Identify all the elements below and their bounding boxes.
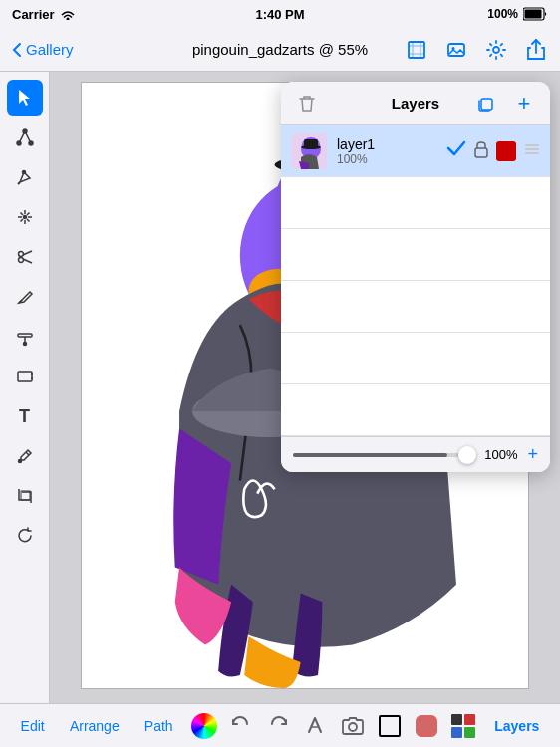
svg-rect-41 bbox=[464, 727, 475, 738]
share-button[interactable] bbox=[524, 38, 548, 62]
layer-thumbnail-art bbox=[291, 133, 327, 169]
svg-point-35 bbox=[301, 145, 321, 149]
trash-icon bbox=[299, 95, 315, 113]
settings-button[interactable] bbox=[484, 38, 508, 62]
layers-header-right: + bbox=[472, 90, 538, 118]
canvas-area[interactable]: Layers + bbox=[50, 72, 560, 703]
layer-lock-button[interactable] bbox=[474, 140, 488, 162]
battery-icon bbox=[523, 7, 548, 21]
multi-shape-button[interactable] bbox=[449, 712, 477, 740]
svg-rect-40 bbox=[451, 727, 462, 738]
path-button[interactable]: Path bbox=[137, 714, 181, 738]
zoom-plus-button[interactable]: + bbox=[527, 444, 538, 465]
text-style-button[interactable] bbox=[301, 712, 329, 740]
layers-panel-header: Layers + bbox=[281, 82, 550, 125]
gear-icon bbox=[485, 39, 507, 61]
camera-button[interactable] bbox=[339, 712, 367, 740]
main-area: T bbox=[0, 72, 560, 703]
layers-panel-title: Layers bbox=[392, 95, 439, 112]
duplicate-icon bbox=[477, 95, 495, 113]
bottom-toolbar: Edit Arrange Path bbox=[0, 703, 560, 747]
nav-bar: Gallery pingouin_gadzarts @ 55% bbox=[0, 28, 560, 72]
svg-point-13 bbox=[18, 258, 23, 263]
undo-button[interactable] bbox=[227, 712, 255, 740]
empty-layer-row-1 bbox=[281, 177, 550, 229]
transform-tool[interactable] bbox=[7, 199, 43, 235]
svg-rect-36 bbox=[475, 148, 487, 157]
duplicate-layer-button[interactable] bbox=[472, 90, 500, 118]
layer-opacity: 100% bbox=[337, 152, 436, 166]
zoom-bar: 100% + bbox=[281, 436, 550, 472]
svg-point-11 bbox=[23, 216, 26, 219]
arrange-button[interactable]: Arrange bbox=[62, 714, 128, 738]
layer-info: layer1 100% bbox=[337, 136, 436, 166]
layer-visibility-button[interactable] bbox=[446, 140, 466, 161]
shape-rounded-icon bbox=[416, 715, 437, 737]
gallery-back-button[interactable]: Gallery bbox=[12, 41, 74, 58]
image-icon bbox=[446, 40, 466, 60]
layer-row[interactable]: layer1 100% bbox=[281, 125, 550, 177]
zoom-slider-track[interactable] bbox=[293, 453, 474, 457]
color-wheel-button[interactable] bbox=[190, 712, 218, 740]
svg-rect-3 bbox=[409, 42, 424, 58]
brush-tool[interactable] bbox=[7, 319, 43, 355]
redo-icon bbox=[266, 716, 290, 736]
pen-tool[interactable] bbox=[7, 159, 43, 195]
frame-icon bbox=[407, 40, 426, 60]
svg-point-9 bbox=[23, 129, 27, 133]
select-tool[interactable] bbox=[7, 80, 43, 116]
layer-name: layer1 bbox=[337, 136, 436, 152]
color-wheel-icon bbox=[191, 713, 217, 739]
empty-layer-row-4 bbox=[281, 333, 550, 384]
shape-square-icon bbox=[379, 715, 401, 737]
delete-layer-button[interactable] bbox=[293, 90, 321, 118]
svg-point-12 bbox=[18, 252, 23, 257]
eyedropper-tool[interactable] bbox=[7, 438, 43, 474]
left-toolbar: T bbox=[0, 72, 50, 703]
layers-button[interactable]: Layers bbox=[486, 714, 547, 738]
node-tool[interactable] bbox=[7, 120, 43, 155]
zoom-slider-fill bbox=[293, 453, 447, 457]
svg-point-8 bbox=[29, 141, 33, 145]
layer-drag-handle[interactable] bbox=[524, 142, 540, 160]
status-right: 100% bbox=[487, 7, 548, 21]
svg-point-17 bbox=[18, 460, 21, 463]
layer-controls bbox=[446, 140, 540, 162]
image-button[interactable] bbox=[444, 38, 468, 62]
drag-handle-icon bbox=[524, 142, 540, 156]
text-style-icon bbox=[303, 714, 327, 738]
undo-icon bbox=[229, 716, 253, 736]
rect-tool[interactable] bbox=[7, 359, 43, 394]
nav-title: pingouin_gadzarts @ 55% bbox=[192, 41, 368, 58]
crop-tool[interactable] bbox=[7, 478, 43, 514]
empty-layer-row-2 bbox=[281, 229, 550, 281]
layer-color-swatch[interactable] bbox=[496, 141, 516, 161]
text-tool[interactable]: T bbox=[7, 398, 43, 434]
zoom-slider-thumb[interactable] bbox=[458, 446, 476, 464]
status-bar: Carrier 1:40 PM 100% bbox=[0, 0, 560, 28]
status-left: Carrier bbox=[12, 7, 76, 22]
layer-thumbnail bbox=[291, 133, 327, 169]
add-layer-button[interactable]: + bbox=[510, 90, 538, 118]
scissors-tool[interactable] bbox=[7, 239, 43, 275]
svg-point-10 bbox=[22, 171, 25, 174]
svg-point-6 bbox=[493, 47, 499, 53]
frame-button[interactable] bbox=[405, 38, 428, 62]
svg-rect-14 bbox=[18, 334, 32, 337]
wifi-icon bbox=[60, 8, 76, 20]
svg-rect-4 bbox=[448, 44, 464, 56]
zoom-percent: 100% bbox=[484, 447, 517, 462]
svg-point-7 bbox=[17, 141, 21, 145]
stroke-shape-button[interactable] bbox=[413, 712, 440, 740]
rotate-tool[interactable] bbox=[7, 518, 43, 554]
back-label: Gallery bbox=[26, 41, 74, 58]
svg-rect-38 bbox=[451, 714, 462, 725]
svg-point-15 bbox=[23, 343, 26, 346]
fill-shape-button[interactable] bbox=[376, 712, 404, 740]
multi-shape-icon bbox=[450, 713, 476, 739]
redo-button[interactable] bbox=[264, 712, 292, 740]
nav-right bbox=[405, 38, 548, 62]
svg-point-37 bbox=[349, 723, 357, 731]
pencil-tool[interactable] bbox=[7, 279, 43, 315]
edit-button[interactable]: Edit bbox=[13, 714, 53, 738]
